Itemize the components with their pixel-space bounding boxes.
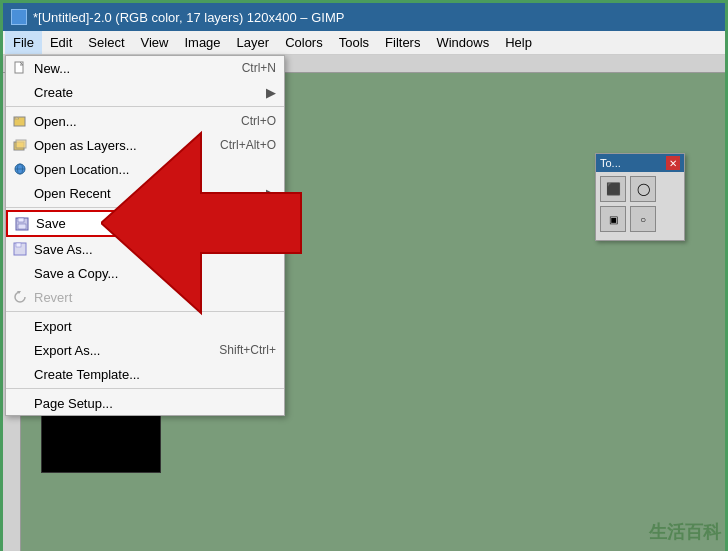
menu-entry-open-layers-label: Open as Layers... xyxy=(34,138,200,153)
toolbox-title-bar: To... ✕ xyxy=(596,154,684,172)
menu-entry-open-label: Open... xyxy=(34,114,221,129)
new-file-icon xyxy=(12,60,28,76)
toolbox-panel: To... ✕ ⬛ ◯ xyxy=(595,153,685,241)
menu-entry-create-template-label: Create Template... xyxy=(34,367,276,382)
menu-entry-save[interactable]: Save Ctrl+S xyxy=(6,210,284,237)
open-icon xyxy=(12,113,28,129)
menu-entry-create[interactable]: Create ▶ xyxy=(6,80,284,104)
tool-icon-4: ○ xyxy=(640,214,646,225)
tool-btn-4[interactable]: ○ xyxy=(630,206,656,232)
menu-entry-save-as[interactable]: Save As... xyxy=(6,237,284,261)
tool-icon-2: ◯ xyxy=(637,182,650,196)
tool-btn-1[interactable]: ⬛ xyxy=(600,176,626,202)
menu-layer[interactable]: Layer xyxy=(229,31,278,54)
window-frame: *[Untitled]-2.0 (RGB color, 17 layers) 1… xyxy=(0,0,728,551)
menu-entry-save-as-label: Save As... xyxy=(34,242,276,257)
save-as-icon xyxy=(12,241,28,257)
watermark: 生活百科 xyxy=(649,520,721,544)
menu-entry-page-setup-label: Page Setup... xyxy=(34,396,276,411)
save-icon xyxy=(14,216,30,232)
save-copy-icon xyxy=(12,265,28,281)
menu-edit[interactable]: Edit xyxy=(42,31,80,54)
close-icon: ✕ xyxy=(669,158,677,169)
separator-4 xyxy=(6,388,284,389)
menu-view[interactable]: View xyxy=(133,31,177,54)
file-dropdown-menu: New... Ctrl+N Create ▶ Open... Ctrl+O xyxy=(5,55,285,416)
submenu-arrow-create: ▶ xyxy=(266,85,276,100)
menu-entry-export[interactable]: Export xyxy=(6,314,284,338)
menu-bar: File Edit Select View Image Layer Colors… xyxy=(3,31,725,55)
menu-entry-export-as[interactable]: Export As... Shift+Ctrl+ xyxy=(6,338,284,362)
recent-icon xyxy=(12,185,28,201)
toolbox-body: ⬛ ◯ ▣ ○ xyxy=(596,172,684,240)
menu-filters[interactable]: Filters xyxy=(377,31,428,54)
svg-rect-10 xyxy=(18,218,24,222)
menu-entry-export-as-shortcut: Shift+Ctrl+ xyxy=(219,343,276,357)
globe-icon xyxy=(12,161,28,177)
app-icon xyxy=(11,9,27,25)
menu-entry-new-label: New... xyxy=(34,61,222,76)
menu-entry-open-location-label: Open Location... xyxy=(34,162,276,177)
menu-entry-export-as-label: Export As... xyxy=(34,343,199,358)
toolbox-close-button[interactable]: ✕ xyxy=(666,156,680,170)
menu-colors[interactable]: Colors xyxy=(277,31,331,54)
create-icon xyxy=(12,84,28,100)
menu-file[interactable]: File xyxy=(5,31,42,54)
export-as-icon xyxy=(12,342,28,358)
menu-entry-create-label: Create xyxy=(34,85,256,100)
menu-entry-new-shortcut: Ctrl+N xyxy=(242,61,276,75)
submenu-arrow-recent: ▶ xyxy=(266,186,276,201)
svg-rect-5 xyxy=(16,140,26,148)
tool-icon-3: ▣ xyxy=(609,214,618,225)
toolbox-row-2: ▣ ○ xyxy=(600,206,680,232)
menu-entry-save-shortcut: Ctrl+S xyxy=(240,217,274,231)
tool-btn-2[interactable]: ◯ xyxy=(630,176,656,202)
create-template-icon xyxy=(12,366,28,382)
menu-entry-page-setup[interactable]: Page Setup... xyxy=(6,391,284,415)
window-title: *[Untitled]-2.0 (RGB color, 17 layers) 1… xyxy=(33,10,344,25)
menu-entry-revert: Revert xyxy=(6,285,284,309)
menu-image[interactable]: Image xyxy=(176,31,228,54)
toolbox-row-1: ⬛ ◯ xyxy=(600,176,680,202)
main-area: 100 200 To... ✕ xyxy=(3,55,725,551)
menu-entry-open[interactable]: Open... Ctrl+O xyxy=(6,109,284,133)
menu-entry-create-template[interactable]: Create Template... xyxy=(6,362,284,386)
menu-entry-open-recent[interactable]: Open Recent ▶ xyxy=(6,181,284,205)
menu-windows[interactable]: Windows xyxy=(428,31,497,54)
menu-entry-new[interactable]: New... Ctrl+N xyxy=(6,56,284,80)
tool-icon-1: ⬛ xyxy=(606,182,621,196)
tool-btn-3[interactable]: ▣ xyxy=(600,206,626,232)
svg-rect-13 xyxy=(16,243,21,247)
title-bar: *[Untitled]-2.0 (RGB color, 17 layers) 1… xyxy=(3,3,725,31)
menu-tools[interactable]: Tools xyxy=(331,31,377,54)
menu-select[interactable]: Select xyxy=(80,31,132,54)
separator-1 xyxy=(6,106,284,107)
toolbox-title-label: To... xyxy=(600,157,621,169)
menu-help[interactable]: Help xyxy=(497,31,540,54)
open-layers-icon xyxy=(12,137,28,153)
menu-entry-open-shortcut: Ctrl+O xyxy=(241,114,276,128)
separator-3 xyxy=(6,311,284,312)
svg-rect-11 xyxy=(18,224,26,229)
menu-entry-open-layers-shortcut: Ctrl+Alt+O xyxy=(220,138,276,152)
menu-entry-export-label: Export xyxy=(34,319,276,334)
revert-icon xyxy=(12,289,28,305)
export-icon xyxy=(12,318,28,334)
page-setup-icon xyxy=(12,395,28,411)
menu-entry-save-copy[interactable]: Save a Copy... xyxy=(6,261,284,285)
separator-2 xyxy=(6,207,284,208)
menu-entry-open-layers[interactable]: Open as Layers... Ctrl+Alt+O xyxy=(6,133,284,157)
menu-entry-open-location[interactable]: Open Location... xyxy=(6,157,284,181)
menu-entry-save-label: Save xyxy=(36,216,220,231)
menu-entry-save-copy-label: Save a Copy... xyxy=(34,266,276,281)
menu-entry-open-recent-label: Open Recent xyxy=(34,186,256,201)
menu-entry-revert-label: Revert xyxy=(34,290,276,305)
